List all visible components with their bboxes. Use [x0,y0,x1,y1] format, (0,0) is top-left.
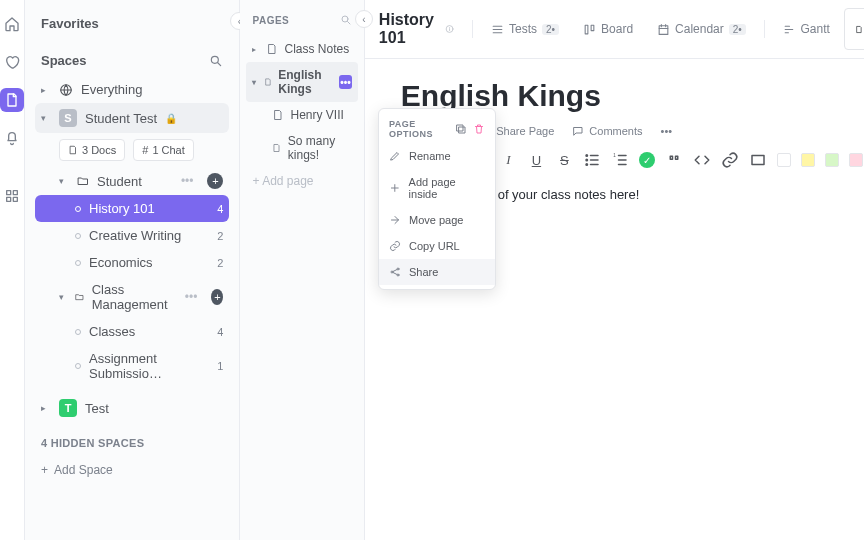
view-gantt[interactable]: Gantt [773,16,840,42]
docs-pill[interactable]: 3 Docs [59,139,125,161]
page-henry-viii[interactable]: Henry VIII [246,102,357,128]
view-tests[interactable]: Tests2• [481,16,569,42]
checklist-button[interactable]: ✓ [639,152,655,168]
page-options-menu: PAGE OPTIONS Rename Add page inside Move… [378,108,496,290]
doc-icon [855,23,863,36]
sidebar: ‹ Favorites Spaces ▸ Everything ▾ S Stud… [25,0,240,540]
list-count: 2 [217,257,223,269]
page-class-notes[interactable]: ▸ Class Notes [246,36,357,62]
link-icon [389,240,401,252]
spaces-header: Spaces [35,45,229,76]
more-icon[interactable]: ••• [181,174,194,188]
space-student-test[interactable]: ▾ S Student Test 🔒 [35,103,229,133]
add-button[interactable]: + [211,289,223,305]
hidden-spaces-label[interactable]: 4 HIDDEN SPACES [35,423,229,457]
chevron-right-icon: ▸ [41,85,51,95]
folder-label: Class Management [92,282,177,312]
list-label: Creative Writing [89,228,181,243]
comments-button[interactable]: Comments [572,125,642,137]
grid-icon[interactable] [0,184,24,208]
add-page-button[interactable]: + Add page [246,168,357,194]
cursor-icon [436,228,450,242]
space-pills: 3 Docs #1 Chat [35,133,229,167]
topbar: History 101 Tests2• Board Calendar2• Gan… [365,0,864,59]
svg-point-4 [212,56,219,63]
doc-icon [264,75,272,89]
chat-pill[interactable]: #1 Chat [133,139,194,161]
list-assignment-submission[interactable]: Assignment Submissio… 1 [35,345,229,387]
list-count: 2 [217,230,223,242]
info-icon[interactable] [445,22,454,36]
color-swatch[interactable] [777,153,791,167]
search-icon[interactable] [340,14,352,26]
gantt-icon [783,23,796,36]
bell-icon[interactable] [0,126,24,150]
menu-add-page-inside[interactable]: Add page inside [379,169,495,207]
italic-button[interactable]: I [499,151,517,169]
page-english-kings[interactable]: ▾ English Kings ••• [246,62,357,102]
quote-button[interactable] [665,151,683,169]
underline-button[interactable]: U [527,151,545,169]
add-button[interactable]: + [207,173,223,189]
folder-icon [77,175,89,187]
doc-icon[interactable] [0,88,24,112]
chevron-down-icon: ▾ [41,113,51,123]
doc-icon [272,108,284,122]
search-icon[interactable] [209,54,223,68]
view-board[interactable]: Board [573,16,643,42]
space-test[interactable]: ▸ T Test [35,393,229,423]
list-creative-writing[interactable]: Creative Writing 2 [35,222,229,249]
heart-icon[interactable] [0,50,24,74]
list-dot-icon [75,206,81,212]
trash-icon[interactable] [473,123,485,135]
pages-panel: ‹ PAGES ▸ Class Notes ▾ English Kings ••… [240,0,364,540]
color-swatch[interactable] [849,153,863,167]
page-more-button[interactable]: ••• [339,75,351,89]
number-list-button[interactable]: 1 [611,151,629,169]
pages-collapse-button[interactable]: ‹ [355,10,373,28]
folder-class-management[interactable]: ▾ Class Management ••• + [35,276,229,318]
link-button[interactable] [721,151,739,169]
space-avatar: S [59,109,77,127]
breadcrumb[interactable]: History 101 [379,11,435,47]
strike-button[interactable]: S [555,151,573,169]
list-count: 4 [217,326,223,338]
list-history-101[interactable]: History 101 4 [35,195,229,222]
list-dot-icon [75,233,81,239]
everything-icon [59,83,73,97]
list-economics[interactable]: Economics 2 [35,249,229,276]
svg-rect-19 [459,127,465,133]
list-classes[interactable]: Classes 4 [35,318,229,345]
chevron-right-icon: ▸ [41,403,51,413]
color-swatch[interactable] [801,153,815,167]
folder-label: Student [97,174,142,189]
home-icon[interactable] [0,12,24,36]
space-avatar: T [59,399,77,417]
nav-rail [0,0,25,540]
svg-rect-1 [13,191,17,195]
chevron-down-icon: ▾ [59,176,69,186]
svg-rect-0 [7,191,11,195]
attach-button[interactable] [749,151,767,169]
svg-point-16 [586,164,588,166]
add-space-button[interactable]: + Add Space [35,457,229,483]
more-button[interactable]: ••• [661,125,673,137]
menu-share[interactable]: Share [379,259,495,285]
view-class-notes[interactable]: Class Notes [844,8,864,50]
divider [472,20,473,38]
everything-row[interactable]: ▸ Everything [35,76,229,103]
page-so-many-kings[interactable]: So many kings! [246,128,357,168]
folder-icon [75,291,84,303]
color-swatch[interactable] [825,153,839,167]
plus-icon: + [41,463,48,477]
svg-rect-20 [457,125,463,131]
spaces-label: Spaces [41,53,87,68]
bullet-list-button[interactable] [583,151,601,169]
view-calendar[interactable]: Calendar2• [647,16,756,42]
duplicate-icon[interactable] [455,123,467,135]
folder-student[interactable]: ▾ Student ••• + [35,167,229,195]
more-icon[interactable]: ••• [185,290,198,304]
menu-rename[interactable]: Rename [379,143,495,169]
favorites-header[interactable]: Favorites [35,8,229,39]
code-button[interactable] [693,151,711,169]
